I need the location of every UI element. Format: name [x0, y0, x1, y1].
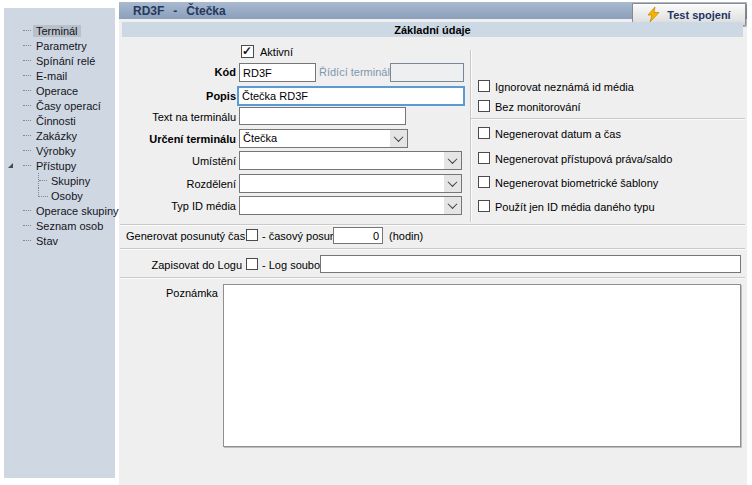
terminal-name: Čtečka — [186, 4, 225, 18]
separator — [120, 248, 745, 249]
sidebar-item-spinani-rele[interactable]: Spínání relé — [4, 53, 115, 68]
expanded-node-icon[interactable] — [8, 163, 13, 168]
sidebar-item-label: Časy operací — [33, 100, 104, 112]
time-shift-checkbox[interactable] — [246, 229, 258, 241]
section-title: Základní údaje — [394, 24, 470, 36]
tree-connector — [23, 165, 31, 166]
only-media-type-checkbox[interactable] — [478, 200, 490, 212]
tree-connector — [23, 90, 31, 91]
no-access-rights-checkbox[interactable] — [478, 152, 490, 164]
division-label: Rozdělení — [126, 178, 236, 191]
sidebar-item-pristupy[interactable]: Přístupy — [4, 158, 115, 173]
separator — [471, 118, 745, 119]
tree-connector — [23, 210, 31, 211]
code-label: Kód — [126, 66, 236, 79]
only-media-type-label: Použít jen ID média daného typu — [495, 201, 655, 214]
sidebar-item-label: Zakázky — [33, 130, 80, 142]
master-terminal-label: Řídící terminál — [319, 66, 390, 79]
description-label: Popis — [126, 90, 236, 103]
sidebar-item-stav[interactable]: Stav — [4, 233, 115, 248]
no-monitoring-label: Bez monitorování — [495, 101, 581, 114]
division-select[interactable] — [239, 174, 462, 193]
sidebar-item-casy-operaci[interactable]: Časy operací — [4, 98, 115, 113]
log-file-sublabel: - Log soubor — [262, 259, 324, 272]
time-shift-sublabel: - časový posun — [262, 230, 336, 243]
note-textarea[interactable] — [223, 284, 741, 447]
time-shift-unit: (hodin) — [389, 230, 423, 243]
no-monitoring-checkbox[interactable] — [478, 100, 490, 112]
sidebar-item-zakazky[interactable]: Zakázky — [4, 128, 115, 143]
location-select[interactable] — [239, 151, 462, 170]
tree-connector — [23, 240, 31, 241]
sidebar-item-label: Terminál — [33, 25, 81, 37]
log-checkbox[interactable] — [246, 258, 258, 270]
chevron-down-icon[interactable] — [390, 130, 407, 147]
log-file-field[interactable] — [320, 255, 741, 273]
sidebar-item-seznam-osob[interactable]: Seznam osob — [4, 218, 115, 233]
terminal-type-select[interactable]: Čtečka — [239, 129, 408, 148]
terminal-text-label: Text na terminálu — [126, 111, 236, 124]
sidebar-item-label: Operace skupiny — [33, 205, 122, 217]
sidebar-item-terminal[interactable]: Terminál — [4, 23, 115, 38]
sidebar-item-vyrobky[interactable]: Výrobky — [4, 143, 115, 158]
tree-connector — [23, 105, 31, 106]
no-datetime-label: Negenerovat datum a čas — [495, 128, 621, 141]
sidebar-item-osoby[interactable]: Osoby — [4, 188, 115, 203]
terminal-text-field[interactable] — [239, 107, 406, 125]
sidebar-item-email[interactable]: E-mail — [4, 68, 115, 83]
time-shift-field[interactable] — [333, 227, 383, 244]
title-separator: - — [173, 4, 177, 18]
page-title: RD3F-Čtečka — [133, 4, 226, 18]
code-field[interactable] — [239, 63, 316, 82]
sidebar-item-label: Seznam osob — [33, 220, 106, 232]
terminal-type-value: Čtečka — [240, 130, 390, 147]
sidebar: Terminál Parametry Spínání relé E-mail O… — [4, 8, 115, 478]
tree-connector — [38, 173, 48, 188]
ignore-unknown-media-label: Ignorovat neznámá id média — [495, 81, 634, 94]
column-divider — [470, 50, 471, 222]
tree-connector — [23, 45, 31, 46]
media-type-label: Typ ID média — [126, 200, 236, 213]
lightning-icon — [647, 7, 660, 22]
active-checkbox[interactable] — [241, 45, 254, 58]
sidebar-item-cinnosti[interactable]: Činnosti — [4, 113, 115, 128]
media-type-select[interactable] — [239, 196, 462, 215]
test-connection-label: Test spojení — [667, 9, 730, 21]
note-label: Poznámka — [126, 287, 218, 300]
media-type-value — [240, 197, 444, 214]
active-checkbox-label: Aktivní — [260, 46, 293, 59]
sidebar-item-label: Přístupy — [33, 160, 79, 172]
no-biometric-label: Negenerovat biometrické šablony — [495, 177, 658, 190]
tree-connector — [23, 60, 31, 61]
sidebar-item-label: Parametry — [33, 40, 90, 52]
sidebar-item-label: E-mail — [33, 70, 70, 82]
sidebar-item-skupiny[interactable]: Skupiny — [4, 173, 115, 188]
chevron-down-icon[interactable] — [444, 197, 461, 214]
location-value — [240, 152, 444, 169]
tree-connector — [23, 75, 31, 76]
no-biometric-checkbox[interactable] — [478, 176, 490, 188]
terminal-type-label: Určení terminálu — [126, 133, 236, 146]
tree-connector — [23, 135, 31, 136]
sidebar-item-label: Osoby — [48, 190, 86, 202]
sidebar-item-label: Činnosti — [33, 115, 79, 127]
tree-connector — [38, 188, 48, 197]
sidebar-item-operace[interactable]: Operace — [4, 83, 115, 98]
sidebar-item-label: Spínání relé — [33, 55, 98, 67]
ignore-unknown-media-checkbox[interactable] — [478, 80, 490, 92]
sidebar-item-label: Operace — [33, 85, 81, 97]
location-label: Umístění — [126, 155, 236, 168]
tree-connector — [23, 150, 31, 151]
chevron-down-icon[interactable] — [444, 175, 461, 192]
description-field[interactable] — [237, 86, 465, 106]
sidebar-item-parametry[interactable]: Parametry — [4, 38, 115, 53]
separator — [120, 224, 745, 225]
division-value — [240, 175, 444, 192]
no-datetime-checkbox[interactable] — [478, 127, 490, 139]
chevron-down-icon[interactable] — [444, 152, 461, 169]
tree-connector — [23, 30, 31, 31]
tree-connector — [23, 120, 31, 121]
sidebar-item-operace-skupiny[interactable]: Operace skupiny — [4, 203, 115, 218]
separator — [120, 277, 745, 278]
sidebar-item-label: Skupiny — [48, 175, 93, 187]
